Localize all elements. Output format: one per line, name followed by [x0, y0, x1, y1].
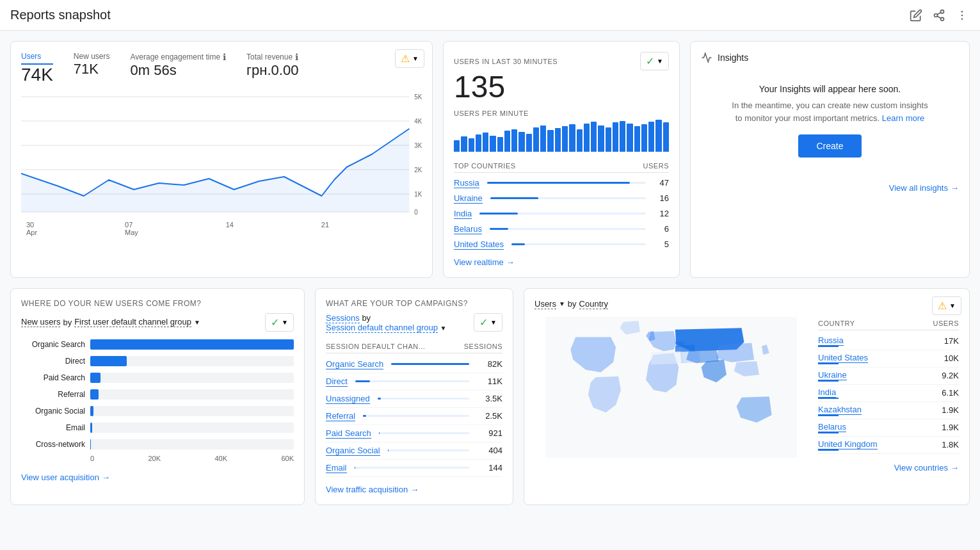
country-row: Belarus 6 — [454, 222, 669, 237]
acquisition-check-btn[interactable]: ✓ ▼ — [265, 313, 294, 332]
campaign-value: 144 — [477, 463, 502, 473]
world-map-svg — [534, 317, 808, 458]
chevron-down-map[interactable]: ▼ — [559, 300, 565, 307]
new-users-dropdown[interactable]: New users — [21, 317, 60, 327]
view-realtime-link[interactable]: View realtime → — [454, 257, 669, 267]
realtime-label: USERS IN LAST 30 MINUTES — [454, 58, 558, 65]
countries-list: Russia 47 Ukraine 16 India 12 Belarus 6 … — [454, 175, 669, 252]
revenue-label: Total revenue ℹ — [246, 52, 298, 62]
svg-point-6 — [961, 14, 963, 16]
campaign-row: Referral 2.5K — [326, 408, 502, 425]
users-tab[interactable]: Users — [21, 52, 53, 65]
country-row: India 12 — [454, 206, 669, 222]
learn-more-link[interactable]: Learn more — [882, 113, 924, 123]
bar-mini — [483, 133, 488, 151]
arrow-right-icon: → — [506, 257, 515, 267]
country-name[interactable]: Ukraine — [454, 193, 483, 204]
realtime-card: USERS IN LAST 30 MINUTES ✓ ▼ 135 USERS P… — [443, 41, 680, 278]
bar-mini — [569, 124, 575, 151]
alert-button[interactable]: ⚠ ▼ — [395, 49, 424, 68]
edit-icon[interactable] — [908, 8, 924, 23]
svg-text:5K: 5K — [414, 93, 422, 101]
campaign-name[interactable]: Unassigned — [326, 394, 370, 404]
svg-marker-20 — [21, 129, 409, 212]
info-icon-engagement[interactable]: ℹ — [223, 52, 226, 62]
country-row: Russia 47 — [454, 175, 669, 191]
view-all-insights-link[interactable]: View all insights → — [701, 183, 959, 193]
channel-bar-track — [90, 423, 294, 433]
view-countries-link[interactable]: View countries → — [534, 463, 959, 473]
map-alert-btn[interactable]: ⚠ ▼ — [932, 296, 961, 315]
campaigns-card: WHAT ARE YOUR TOP CAMPAIGNS? Sessions by… — [315, 288, 513, 505]
chevron-down-camp[interactable]: ▼ — [440, 325, 447, 332]
channel-label: Paid Search — [21, 373, 85, 382]
svg-point-7 — [961, 18, 963, 20]
users-map-dropdown[interactable]: Users — [534, 299, 556, 309]
create-button[interactable]: Create — [798, 134, 861, 158]
bar-mini — [555, 128, 561, 151]
channel-label: Referral — [21, 390, 85, 399]
map-country-name[interactable]: Kazakhstan — [818, 405, 862, 415]
campaign-name[interactable]: Paid Search — [326, 428, 371, 439]
users-per-min-chart — [454, 120, 669, 152]
svg-point-2 — [941, 17, 944, 20]
channel-label: Cross-network — [21, 440, 85, 449]
channel-bar-fill — [90, 389, 99, 400]
channel-bar-track — [90, 389, 294, 400]
info-icon-revenue[interactable]: ℹ — [295, 52, 298, 62]
campaign-name[interactable]: Organic Search — [326, 359, 383, 369]
channel-group-dropdown[interactable]: First user default channel group — [74, 317, 191, 327]
view-traffic-acquisition-link[interactable]: View traffic acquisition → — [326, 485, 502, 494]
bar-mini — [533, 127, 539, 152]
campaign-name[interactable]: Organic Social — [326, 446, 380, 456]
chevron-down-acq[interactable]: ▼ — [194, 319, 200, 326]
map-country-row: United States 10K — [818, 350, 959, 368]
bar-mini — [504, 131, 510, 151]
revenue-metric: Total revenue ℹ грн.0.00 — [246, 52, 298, 85]
campaign-row: Unassigned 3.5K — [326, 391, 502, 408]
campaign-name[interactable]: Direct — [326, 376, 348, 387]
hbar-chart: Organic Search Direct Paid Search Referr… — [21, 339, 294, 449]
map-country-name[interactable]: Belarus — [818, 422, 846, 432]
users-card: Users 74K New users 71K Average engageme… — [10, 41, 433, 278]
country-value: 12 — [654, 209, 669, 218]
map-content: COUNTRY USERS Russia 17K United States 1… — [534, 317, 959, 458]
svg-point-5 — [961, 10, 963, 12]
campaigns-table-body: Organic Search 82K Direct 11K Unassigned… — [326, 356, 502, 477]
country-dropdown[interactable]: Country — [579, 299, 609, 309]
sessions-dropdown[interactable]: Sessions — [326, 313, 360, 323]
bar-mini — [584, 124, 590, 152]
map-country-name[interactable]: India — [818, 387, 836, 398]
page-title: Reports snapshot — [10, 8, 111, 22]
campaign-progress — [388, 449, 469, 451]
campaign-value: 82K — [477, 359, 502, 369]
view-user-acquisition-link[interactable]: View user acquisition → — [21, 473, 294, 482]
map-country-name[interactable]: Russia — [818, 336, 844, 346]
hbar-row: Cross-network — [21, 439, 294, 449]
map-country-name[interactable]: United Kingdom — [818, 439, 878, 449]
country-name[interactable]: Belarus — [454, 224, 482, 234]
main-content: Users 74K New users 71K Average engageme… — [0, 31, 980, 515]
more-icon[interactable] — [954, 8, 970, 23]
campaign-name[interactable]: Referral — [326, 411, 355, 421]
campaigns-check-btn[interactable]: ✓ ▼ — [474, 313, 502, 332]
bar-mini — [540, 125, 546, 152]
channel-bar-fill — [90, 373, 100, 383]
country-name[interactable]: Russia — [454, 178, 479, 188]
map-country-name[interactable]: Ukraine — [818, 370, 847, 380]
country-name[interactable]: India — [454, 209, 472, 219]
realtime-check-btn[interactable]: ✓ ▼ — [640, 52, 669, 70]
line-chart-svg: 5K 4K 3K 2K 1K 0 — [21, 90, 422, 218]
arrow-right-acq: → — [102, 473, 110, 482]
channel-group-dropdown-camp[interactable]: Session default channel group — [326, 323, 438, 333]
share-icon[interactable] — [931, 8, 947, 23]
campaign-row: Email 144 — [326, 460, 502, 477]
channel-bar-track — [90, 406, 294, 416]
campaign-progress — [391, 363, 469, 365]
map-country-value: 9.2K — [933, 371, 959, 380]
country-name[interactable]: United States — [454, 239, 504, 250]
campaign-name[interactable]: Email — [326, 463, 347, 473]
campaigns-section-title: WHAT ARE YOUR TOP CAMPAIGNS? — [326, 299, 502, 308]
map-country-name[interactable]: United States — [818, 353, 868, 363]
map-dropdown-row: Users ▼ by Country ⚠ ▼ — [534, 299, 959, 309]
